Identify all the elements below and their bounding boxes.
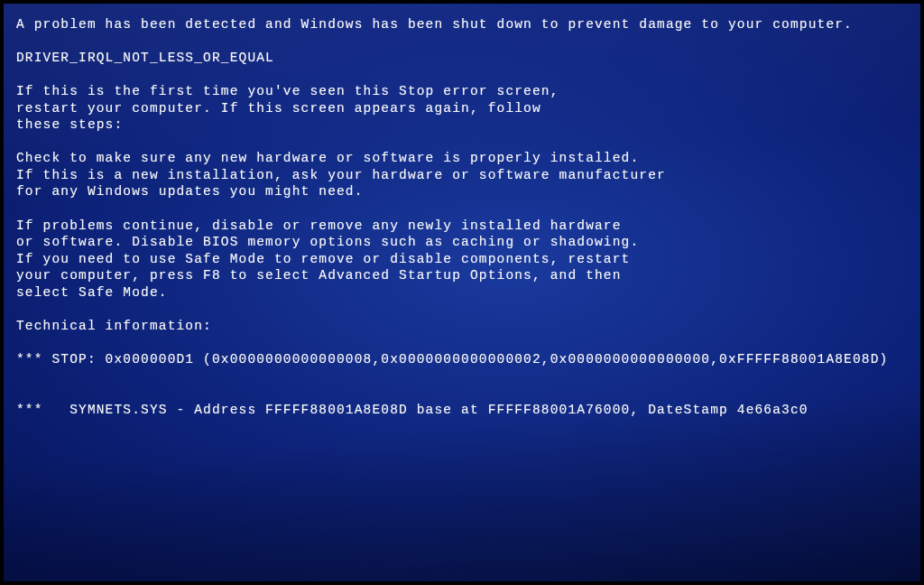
bsod-first-time-advice: If this is the first time you've seen th… (16, 83, 906, 134)
blank-line (16, 134, 906, 151)
blank-line (16, 385, 906, 402)
blank-line (16, 334, 906, 351)
bsod-intro-message: A problem has been detected and Windows … (16, 16, 906, 33)
bsod-stop-code-line: *** STOP: 0x000000D1 (0x0000000000000008… (16, 351, 906, 368)
blank-line (16, 367, 906, 385)
bsod-technical-info-header: Technical information: (16, 318, 906, 335)
bsod-module-line: *** SYMNETS.SYS - Address FFFFF88001A8E0… (16, 402, 906, 419)
blank-line (16, 200, 906, 218)
blank-line (16, 301, 906, 318)
bsod-error-name: DRIVER_IRQL_NOT_LESS_OR_EQUAL (16, 50, 906, 67)
bsod-safemode-advice: If problems continue, disable or remove … (16, 218, 906, 302)
blank-line (16, 67, 906, 84)
bsod-check-hardware-advice: Check to make sure any new hardware or s… (16, 150, 906, 200)
blank-line (16, 33, 906, 51)
